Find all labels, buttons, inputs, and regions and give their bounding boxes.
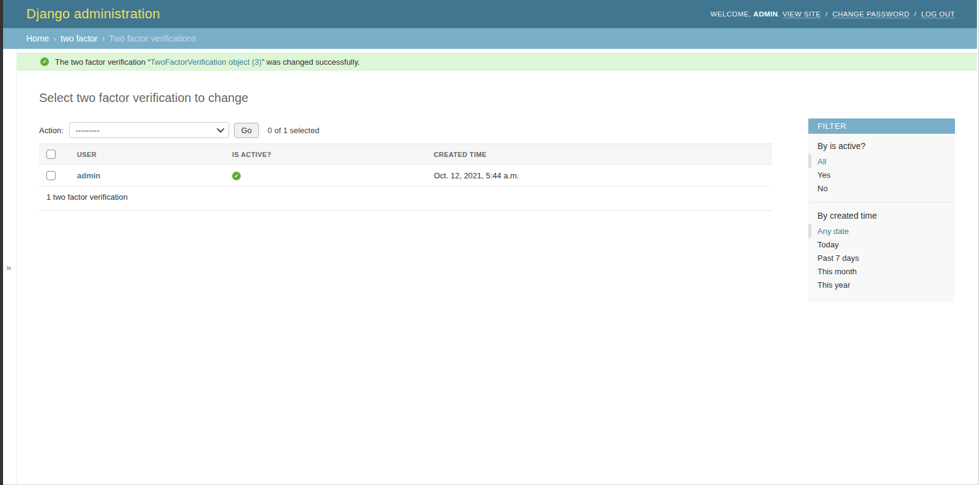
app-header: Django administration WELCOME, ADMIN. VI… (3, 0, 977, 28)
django-admin-page: Django administration WELCOME, ADMIN. VI… (3, 0, 977, 485)
success-check-icon: ✓ (40, 57, 49, 66)
filter-option-link[interactable]: This month (817, 267, 857, 276)
filter-option-this-year: This year (808, 278, 955, 291)
breadcrumb-separator: › (102, 34, 105, 43)
breadcrumb-separator: › (53, 34, 56, 43)
action-label: Action: (39, 126, 64, 135)
filter-option-link[interactable]: Yes (817, 170, 830, 180)
filter-heading: By is active? (808, 136, 955, 155)
success-message: ✓ The two factor verification “TwoFactor… (17, 53, 977, 71)
filter-option-link[interactable]: Past 7 days (817, 253, 859, 263)
changelist-results: USER IS ACTIVE? CREATED TIME admin (39, 144, 772, 211)
row-user-cell: admin (71, 165, 226, 186)
welcome-text: WELCOME, (711, 10, 751, 18)
log-out-link[interactable]: LOG OUT (921, 10, 955, 18)
success-message-prefix: The two factor verification “ (55, 57, 150, 67)
filter-option-past-7-days: Past 7 days (808, 251, 955, 264)
nav-sidebar-collapsed: » (3, 49, 17, 485)
filter-panel-title: FILTER (808, 119, 955, 134)
filter-option-link[interactable]: No (817, 184, 828, 193)
filter-option-this-month: This month (808, 264, 955, 278)
filter-option-link[interactable]: This year (817, 280, 850, 290)
changed-object-link[interactable]: TwoFactorVerification object (3) (150, 57, 261, 67)
column-header-user[interactable]: USER (71, 144, 226, 165)
row-checkbox[interactable] (46, 171, 56, 180)
filter-panel-body: By is active? All Yes No By created time (808, 134, 955, 302)
column-header-is-active[interactable]: IS ACTIVE? (226, 144, 428, 165)
object-admin-link[interactable]: admin (77, 171, 100, 180)
window-left-edge (0, 0, 3, 485)
filter-section-created-time: By created time Any date Today Past 7 da… (808, 202, 955, 291)
filter-option-all: All (808, 155, 955, 168)
filter-option-any-date: Any date (808, 224, 955, 238)
table-header-row: USER IS ACTIVE? CREATED TIME (39, 144, 772, 165)
user-tools: WELCOME, ADMIN. VIEW SITE / CHANGE PASSW… (711, 10, 955, 18)
filter-section-is-active: By is active? All Yes No (808, 136, 955, 195)
site-branding-link[interactable]: Django administration (26, 6, 160, 22)
action-select-value: --------- (76, 126, 100, 135)
filter-panel: FILTER By is active? All Yes No By c (808, 119, 955, 302)
dot-text: . (778, 10, 780, 18)
filter-option-link[interactable]: Any date (817, 227, 849, 236)
breadcrumb-current: Two factor verifications (109, 34, 196, 43)
page-title: Select two factor verification to change (39, 91, 977, 105)
paginator-count: 1 two factor verification (39, 186, 772, 210)
action-select[interactable]: --------- (69, 122, 229, 138)
filter-option-no: No (808, 181, 955, 195)
breadcrumb: Home › two factor › Two factor verificat… (3, 28, 977, 49)
filter-option-link[interactable]: Today (817, 240, 839, 249)
results-table: USER IS ACTIVE? CREATED TIME admin (39, 144, 772, 186)
selection-counter: 0 of 1 selected (268, 126, 320, 135)
breadcrumb-app-link[interactable]: two factor (60, 34, 98, 43)
view-site-link[interactable]: VIEW SITE (783, 10, 821, 18)
row-created-time-cell: Oct. 12, 2021, 5:44 a.m. (428, 165, 772, 186)
row-is-active-cell: ✓ (226, 165, 428, 186)
breadcrumb-home-link[interactable]: Home (26, 34, 49, 43)
go-button[interactable]: Go (234, 123, 259, 138)
success-message-suffix: ” was changed successfully. (261, 57, 360, 67)
user-tools-separator: / (914, 10, 916, 18)
username-text: ADMIN (753, 10, 778, 18)
filter-option-today: Today (808, 238, 955, 251)
filter-option-yes: Yes (808, 168, 955, 181)
column-header-created-time[interactable]: CREATED TIME (428, 144, 772, 165)
filter-option-link[interactable]: All (817, 157, 826, 166)
header-checkbox-cell (39, 144, 71, 165)
row-checkbox-cell (39, 165, 71, 186)
user-tools-separator: / (825, 10, 828, 18)
filter-heading: By created time (808, 206, 955, 224)
sidebar-expand-toggle-icon[interactable]: » (6, 263, 11, 272)
window-right-edge (978, 0, 979, 485)
select-all-checkbox[interactable] (46, 150, 56, 159)
table-row: admin ✓ Oct. 12, 2021, 5:44 a.m. (39, 165, 772, 186)
change-password-link[interactable]: CHANGE PASSWORD (832, 10, 909, 18)
chevron-down-icon (216, 125, 224, 133)
is-active-yes-icon: ✓ (232, 172, 241, 180)
